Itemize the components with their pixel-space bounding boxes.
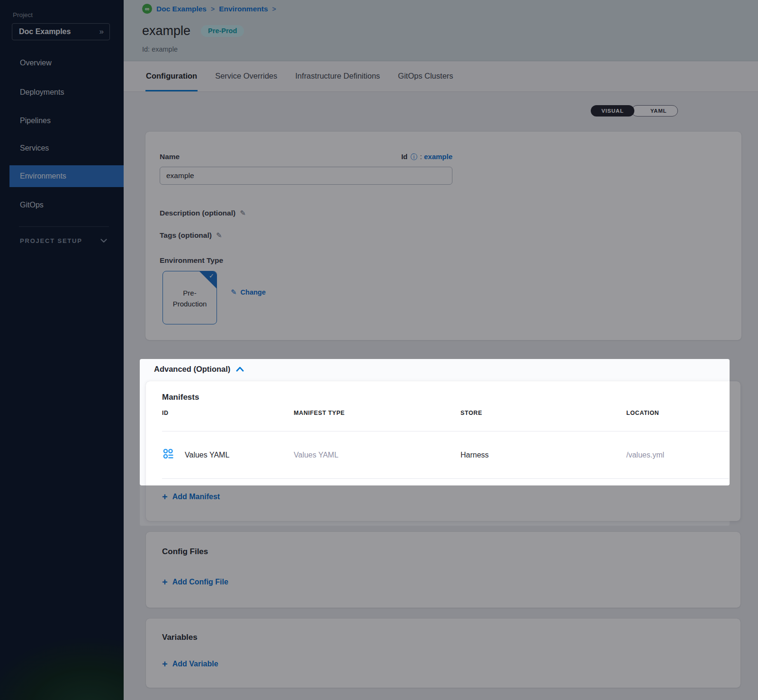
name-input[interactable] (160, 167, 452, 185)
add-manifest-label: Add Manifest (172, 493, 220, 501)
env-type-value: Pre-Production (163, 287, 217, 310)
project-name: Doc Examples (19, 27, 99, 36)
sidebar-item-overview[interactable]: Overview (20, 57, 52, 69)
add-variable-label: Add Variable (172, 660, 218, 668)
project-setup-label: PROJECT SETUP (20, 237, 82, 244)
variables-title: Variables (162, 633, 198, 642)
collapse-advanced-button[interactable] (236, 367, 244, 372)
page-title: example (142, 24, 190, 38)
edit-icon: ✎ (231, 288, 237, 296)
manifest-type-cell: Values YAML (294, 451, 338, 459)
tab-gitops-clusters[interactable]: GitOps Clusters (397, 62, 453, 91)
sidebar-item-services[interactable]: Services (20, 142, 49, 154)
page-header: ∞ Doc Examples > Environments > example … (124, 0, 758, 61)
tab-infrastructure-definitions[interactable]: Infrastructure Definitions (295, 62, 380, 91)
check-icon: ✓ (209, 272, 214, 279)
plus-icon: + (162, 577, 168, 587)
tags-row: Tags (optional) ✎ (160, 231, 222, 240)
project-label: Project (13, 11, 33, 18)
environment-form-card: Name Id ⓘ : example Description (optiona… (145, 132, 741, 340)
add-manifest-button[interactable]: + Add Manifest (162, 492, 220, 502)
title-row: example Pre-Prod (142, 24, 244, 38)
column-header-manifest-type: MANIFEST TYPE (294, 410, 345, 416)
manifests-card: Manifests ID MANIFEST TYPE STORE LOCATIO… (146, 381, 740, 521)
id-prefix: Id (401, 153, 407, 161)
chevron-down-icon (100, 239, 107, 243)
description-label: Description (optional) (160, 209, 235, 217)
plus-icon: + (162, 659, 168, 669)
breadcrumb-project[interactable]: Doc Examples (156, 5, 207, 13)
column-header-store: STORE (460, 410, 482, 416)
manifest-id-cell: Values YAML (185, 451, 229, 459)
env-type-badge: Pre-Prod (201, 25, 244, 37)
toggle-yaml[interactable]: YAML (632, 105, 678, 117)
expand-sidebar-icon[interactable]: » (99, 27, 103, 36)
manifest-store-cell: Harness (460, 451, 489, 459)
entity-id: Id: example (142, 45, 178, 53)
breadcrumb-separator: > (211, 5, 215, 13)
project-selector[interactable]: Doc Examples » (12, 23, 110, 40)
breadcrumb-separator: > (272, 5, 276, 13)
edit-description-icon[interactable]: ✎ (240, 209, 246, 217)
tab-configuration[interactable]: Configuration (145, 62, 198, 91)
sidebar-item-pipelines[interactable]: Pipelines (20, 115, 51, 127)
tab-service-overrides[interactable]: Service Overrides (215, 62, 278, 91)
breadcrumb-environments[interactable]: Environments (219, 5, 268, 13)
variables-card: Variables + Add Variable (146, 619, 740, 688)
description-row: Description (optional) ✎ (160, 209, 246, 217)
config-files-title: Config Files (162, 547, 208, 556)
column-header-location: LOCATION (626, 410, 659, 416)
advanced-header: Advanced (Optional) (154, 365, 244, 374)
column-header-id: ID (162, 410, 169, 416)
chevron-up-icon (236, 367, 244, 372)
table-divider (162, 478, 729, 479)
harness-cd-icon: ∞ (142, 4, 152, 14)
id-row: Id ⓘ : example (160, 153, 452, 162)
sidebar-item-environments-label: Environments (20, 165, 66, 187)
id-value-link[interactable]: example (424, 153, 452, 161)
info-icon[interactable]: ⓘ (410, 153, 417, 161)
change-label: Change (241, 288, 266, 296)
sidebar-item-deployments[interactable]: Deployments (20, 86, 64, 99)
table-divider (162, 431, 729, 431)
sidebar-item-gitops[interactable]: GitOps (20, 199, 44, 211)
id-colon: : (420, 153, 422, 161)
manifest-location-cell: /values.yml (626, 451, 664, 459)
environment-type-label: Environment Type (160, 256, 223, 265)
visual-yaml-toggle: YAML VISUAL (591, 105, 678, 117)
sidebar: Project Doc Examples » Overview Deployme… (0, 0, 124, 700)
advanced-title: Advanced (Optional) (154, 365, 230, 374)
manifests-title: Manifests (162, 393, 199, 402)
add-config-file-button[interactable]: + Add Config File (162, 577, 228, 587)
values-yaml-manifest-icon (162, 448, 174, 460)
environment-configuration-page: Project Doc Examples » Overview Deployme… (0, 0, 758, 700)
add-variable-button[interactable]: + Add Variable (162, 659, 218, 669)
add-config-file-label: Add Config File (172, 578, 228, 586)
tags-label: Tags (optional) (160, 231, 212, 240)
plus-icon: + (162, 492, 168, 502)
toggle-visual[interactable]: VISUAL (591, 105, 634, 117)
sidebar-divider (19, 226, 109, 227)
env-type-preproduction-card[interactable]: ✓ Pre-Production (162, 271, 217, 324)
change-env-type-button[interactable]: ✎ Change (231, 288, 266, 296)
sidebar-wave-decoration (0, 596, 124, 700)
sidebar-item-environments[interactable]: Environments (9, 165, 124, 187)
breadcrumb: ∞ Doc Examples > Environments > (142, 4, 276, 14)
tab-bar: Configuration Service Overrides Infrastr… (124, 62, 758, 92)
config-files-card: Config Files + Add Config File (146, 532, 740, 608)
project-setup-section[interactable]: PROJECT SETUP (20, 237, 107, 244)
edit-tags-icon[interactable]: ✎ (216, 231, 222, 240)
